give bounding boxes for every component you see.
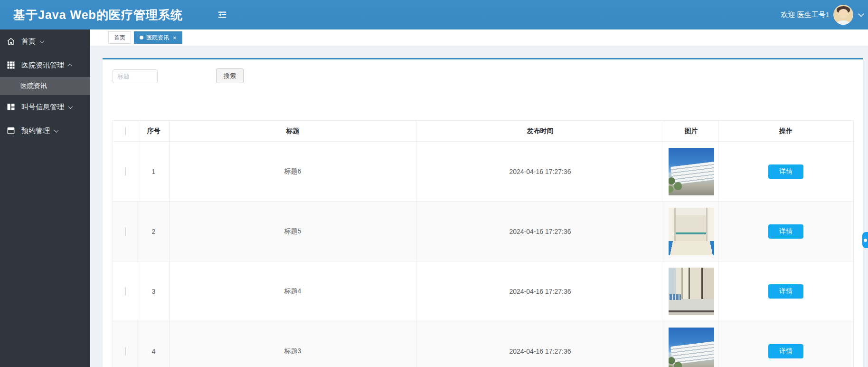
booking-icon xyxy=(6,126,16,135)
sidebar-item-appointment-mgmt[interactable]: 预约管理 xyxy=(0,119,90,143)
content-panel: 搜索 序号 标题 发布时间 图片 操作 xyxy=(103,58,863,367)
tab-home[interactable]: 首页 xyxy=(108,31,131,44)
row-publish-time: 2024-04-16 17:27:36 xyxy=(416,202,664,261)
detail-button[interactable]: 详情 xyxy=(768,164,803,179)
call-board-icon xyxy=(6,102,16,112)
chevron-down-icon xyxy=(40,39,45,43)
table-row: 2 标题5 2024-04-16 17:27:36 详情 xyxy=(113,202,854,261)
column-header-image: 图片 xyxy=(664,121,718,142)
avatar-face xyxy=(839,9,848,18)
hamburger-fold-icon xyxy=(217,10,227,20)
hospital-photo-thumbnail xyxy=(669,208,714,255)
row-publish-time: 2024-04-16 17:27:36 xyxy=(416,142,664,202)
detail-button[interactable]: 详情 xyxy=(768,224,803,239)
hospital-photo-thumbnail xyxy=(669,328,714,367)
sidebar-fold-icon[interactable] xyxy=(216,9,228,21)
row-no: 4 xyxy=(138,321,170,367)
user-dropdown-caret-icon[interactable] xyxy=(858,11,864,17)
column-header-title: 标题 xyxy=(170,121,416,142)
row-no: 2 xyxy=(138,202,170,261)
tab-label: 首页 xyxy=(114,34,125,42)
search-button[interactable]: 搜索 xyxy=(216,68,244,83)
title-search-input[interactable] xyxy=(113,69,158,83)
column-header-publish-time: 发布时间 xyxy=(416,121,664,142)
hospital-photo-thumbnail xyxy=(669,148,714,195)
sidebar-item-label: 预约管理 xyxy=(21,126,50,135)
table-row: 4 标题3 2024-04-16 17:27:36 详情 xyxy=(113,321,854,367)
row-checkbox[interactable] xyxy=(125,167,126,176)
table-row: 1 标题6 2024-04-16 17:27:36 详情 xyxy=(113,142,854,202)
table-row: 3 标题4 2024-04-16 17:27:36 详情 xyxy=(113,261,854,321)
hospital-photo-thumbnail xyxy=(669,268,714,315)
select-all-checkbox[interactable] xyxy=(125,127,126,135)
chevron-up-icon xyxy=(67,63,72,68)
sidebar-subitem-label: 医院资讯 xyxy=(20,82,47,90)
home-icon xyxy=(6,37,16,46)
table-header-row: 序号 标题 发布时间 图片 操作 xyxy=(113,121,854,142)
row-title: 标题4 xyxy=(170,261,416,321)
row-publish-time: 2024-04-16 17:27:36 xyxy=(416,321,664,367)
tab-hospital-news[interactable]: 医院资讯 × xyxy=(134,31,182,44)
grid-icon xyxy=(6,60,16,70)
news-table: 序号 标题 发布时间 图片 操作 1 标题6 2024-04-16 17:27:… xyxy=(113,120,854,367)
sidebar-item-call-number-mgmt[interactable]: 叫号信息管理 xyxy=(0,95,90,119)
tab-label: 医院资讯 xyxy=(146,34,169,42)
row-title: 标题3 xyxy=(170,321,416,367)
row-title: 标题6 xyxy=(170,142,416,202)
tab-bar: 首页 医院资讯 × xyxy=(90,29,868,46)
row-publish-time: 2024-04-16 17:27:36 xyxy=(416,261,664,321)
avatar-shirt xyxy=(837,20,849,25)
app-title: 基于Java Web的医疗管理系统 xyxy=(13,7,183,23)
settings-drawer-handle[interactable] xyxy=(862,232,868,248)
app-screen: 基于Java Web的医疗管理系统 欢迎 医生工号1 首页 xyxy=(0,0,868,367)
sidebar-subitem-hospital-news[interactable]: 医院资讯 xyxy=(0,77,90,95)
sidebar-item-label: 叫号信息管理 xyxy=(21,103,64,112)
user-area[interactable]: 欢迎 医生工号1 xyxy=(781,0,863,29)
user-avatar[interactable] xyxy=(833,5,853,25)
content-area: 搜索 序号 标题 发布时间 图片 操作 xyxy=(90,46,868,367)
welcome-text: 欢迎 医生工号1 xyxy=(781,10,830,19)
row-checkbox[interactable] xyxy=(125,287,126,296)
column-header-action: 操作 xyxy=(718,121,854,142)
column-header-no: 序号 xyxy=(138,121,170,142)
row-no: 3 xyxy=(138,261,170,321)
sidebar-item-home[interactable]: 首页 xyxy=(0,29,90,53)
tab-close-icon[interactable]: × xyxy=(173,35,177,41)
detail-button[interactable]: 详情 xyxy=(768,284,803,299)
row-checkbox[interactable] xyxy=(125,227,126,236)
chevron-down-icon xyxy=(68,104,73,109)
row-title: 标题5 xyxy=(170,202,416,261)
sidebar-item-label: 首页 xyxy=(21,37,36,46)
active-tab-dot-icon xyxy=(140,36,143,39)
row-checkbox[interactable] xyxy=(125,347,126,356)
header-checkbox-cell xyxy=(113,121,138,142)
detail-button[interactable]: 详情 xyxy=(768,344,803,358)
row-no: 1 xyxy=(138,142,170,202)
sidebar: 首页 医院资讯管理 医院资讯 叫号信息管理 xyxy=(0,29,90,367)
sidebar-item-label: 医院资讯管理 xyxy=(21,61,64,70)
chevron-down-icon xyxy=(54,128,59,133)
sidebar-item-hospital-news-mgmt[interactable]: 医院资讯管理 xyxy=(0,53,90,77)
top-header: 基于Java Web的医疗管理系统 欢迎 医生工号1 xyxy=(0,0,868,29)
